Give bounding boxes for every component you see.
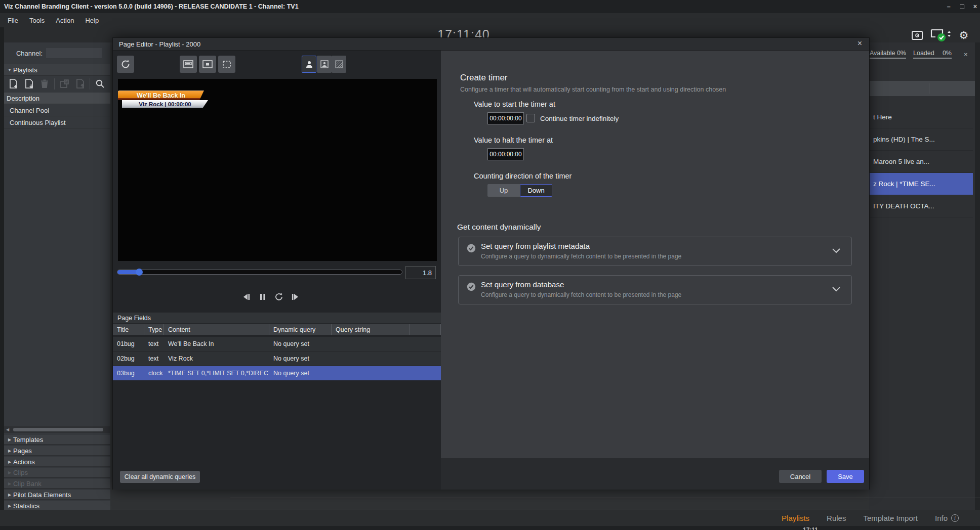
sidebar-section-pilot-data[interactable]: ▶ Pilot Data Elements [4, 490, 110, 500]
gear-icon[interactable]: ⚙ [958, 29, 970, 41]
channel-input[interactable] [46, 48, 102, 59]
database-query-card[interactable]: Set query from database Configure a quer… [458, 275, 852, 304]
playlist-row-continuous[interactable]: Continuous Playlist [4, 117, 110, 128]
key-preview-button[interactable] [302, 56, 316, 73]
partial-clock: 17:11 [803, 526, 833, 530]
playlist-item-selected[interactable]: z Rock | *TIME SE... [870, 173, 973, 195]
menu-file[interactable]: File [2, 17, 24, 24]
bounding-box-button[interactable] [218, 56, 235, 73]
tab-rules[interactable]: Rules [827, 514, 846, 522]
menu-tools[interactable]: Tools [24, 17, 50, 24]
sidebar-section-actions[interactable]: ▶ Actions [4, 457, 110, 467]
page-field-row[interactable]: 01bug text We'll Be Back In No query set [113, 337, 441, 351]
halt-value-input[interactable]: 00:00:00:00 [487, 148, 524, 160]
dialog-settings-pane: Create timer Configure a timer that will… [441, 51, 869, 458]
save-button[interactable]: Save [827, 470, 864, 483]
playlist-toolbar [4, 76, 110, 92]
slider-thumb[interactable] [136, 269, 143, 276]
page-preview[interactable]: We'll Be Back In Viz Rock | 00:00:00 [118, 79, 437, 261]
continue-indefinitely-checkbox[interactable] [526, 114, 535, 122]
title-area-button[interactable] [180, 56, 197, 73]
dialog-header[interactable]: Page Editor - Playlist - 2000 × [113, 38, 869, 51]
sidebar-horizontal-scrollbar: ◀ [4, 426, 110, 433]
col-content[interactable]: Content [164, 324, 269, 335]
step-backward-icon[interactable] [242, 292, 251, 301]
sidebar-section-templates[interactable]: ▶ Templates [4, 435, 110, 445]
loop-icon[interactable] [274, 292, 283, 301]
tab-playlists[interactable]: Playlists [782, 514, 809, 522]
delete-playlist-icon[interactable] [38, 78, 51, 90]
minimize-icon[interactable]: – [947, 3, 951, 10]
search-icon[interactable] [94, 78, 106, 90]
output-status-icon[interactable] [930, 29, 951, 41]
sidebar-section-clips: ▶ Clips [4, 468, 110, 478]
menu-help[interactable]: Help [79, 17, 104, 24]
close-status-icon[interactable]: × [964, 51, 968, 58]
bottom-tab-bar: Playlists Rules Template Import Info i [0, 510, 980, 526]
check-circle-icon [467, 282, 476, 291]
scroll-left-arrow-icon[interactable]: ◀ [4, 427, 11, 432]
description-column-header[interactable]: Description [4, 93, 110, 104]
refresh-preview-button[interactable] [117, 56, 134, 73]
col-type[interactable]: Type [144, 324, 164, 335]
col-title[interactable]: Title [113, 324, 144, 335]
import-playlist-icon[interactable] [23, 78, 35, 90]
sidebar-section-playlists[interactable]: ▼ Playlists [4, 64, 110, 76]
scrollbar-track[interactable] [11, 426, 110, 433]
pause-icon[interactable] [258, 292, 267, 301]
tab-template-import[interactable]: Template Import [863, 514, 918, 522]
preview-scrub-slider[interactable] [117, 270, 402, 275]
playlist-item[interactable]: ITY DEATH OCTA... [870, 195, 973, 217]
video-wall-icon[interactable] [911, 29, 923, 41]
direction-down-button[interactable]: Down [520, 184, 552, 197]
playlist-item[interactable]: pkins (HD) | The S... [870, 128, 973, 151]
background-scrollbar[interactable] [975, 42, 980, 510]
direction-up-button[interactable]: Up [487, 184, 520, 197]
clear-queries-button[interactable]: Clear all dynamic queries [120, 471, 200, 483]
scrollbar-thumb[interactable] [13, 428, 103, 431]
page-field-row-selected[interactable]: 03bug clock *TIME SET 0,*LIMIT SET 0,*DI… [113, 366, 441, 380]
playlist-row-channel-pool[interactable]: Channel Pool [4, 105, 110, 116]
col-query-string[interactable]: Query string [332, 324, 410, 335]
col-dynamic-query[interactable]: Dynamic query [269, 324, 332, 335]
new-playlist-icon[interactable] [7, 78, 19, 90]
playlist-item[interactable]: t Here [870, 106, 973, 128]
maximize-icon[interactable] [960, 5, 964, 9]
step-forward-icon[interactable] [291, 292, 300, 301]
close-icon[interactable]: × [973, 3, 977, 10]
menu-action[interactable]: Action [50, 17, 79, 24]
expand-triangle-icon: ▶ [6, 481, 13, 486]
safe-area-button[interactable] [199, 56, 216, 73]
playlist-item[interactable]: Maroon 5 live an... [870, 151, 973, 173]
page-fields-title: Page Fields [113, 313, 441, 324]
window-left-edge [0, 27, 4, 510]
sidebar-section-clip-bank: ▶ Clip Bank [4, 479, 110, 489]
chevron-down-icon[interactable] [832, 248, 840, 253]
fill-preview-button[interactable] [317, 56, 332, 73]
chevron-down-icon[interactable] [832, 287, 840, 292]
start-value-input[interactable]: 00:00:00:00 [487, 112, 524, 124]
page-field-row[interactable]: 02bug text Viz Rock No query set [113, 351, 441, 366]
expand-triangle-icon: ▶ [6, 493, 13, 497]
availability-status-row: Available 0% Loaded 0% × [870, 48, 977, 61]
dialog-title: Page Editor - Playlist - 2000 [119, 40, 200, 48]
application-window: Viz Channel Branding Client - version 5.… [0, 0, 980, 530]
channel-label: Channel: [13, 50, 43, 57]
create-timer-heading: Create timer [460, 73, 508, 83]
cancel-button[interactable]: Cancel [779, 470, 822, 483]
expand-triangle-icon: ▶ [6, 470, 13, 475]
page-fields-column-header: Title Type Content Dynamic query Query s… [113, 324, 441, 335]
slider-value-box[interactable]: 1.8 [405, 266, 436, 279]
export-playlist-icon[interactable] [74, 78, 86, 90]
sidebar-section-pages[interactable]: ▶ Pages [4, 446, 110, 456]
direction-label: Counting direction of the timer [474, 172, 571, 180]
toolbar-separator [90, 78, 90, 90]
background-table-header [870, 81, 975, 96]
tab-info[interactable]: Info i [935, 514, 959, 522]
dialog-preview-pane: We'll Be Back In Viz Rock | 00:00:00 1.8 [113, 51, 441, 490]
dialog-close-icon[interactable]: × [858, 39, 862, 48]
texture-preview-button[interactable] [332, 56, 346, 73]
playlist-metadata-query-card[interactable]: Set query from playlist metadata Configu… [458, 237, 852, 266]
copy-page-icon[interactable] [58, 78, 70, 90]
start-value-label: Value to start the timer at [474, 100, 555, 108]
